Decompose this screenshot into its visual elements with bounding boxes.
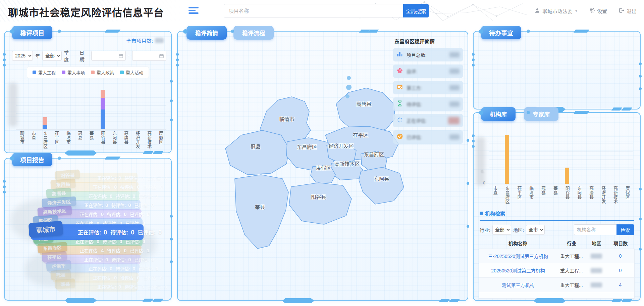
legend-item-重大政策[interactable]: 重大政策 bbox=[91, 69, 114, 76]
report-card-临清市[interactable]: 临清市正在评估: 0待评估: 0已评估: 0 bbox=[48, 263, 140, 273]
quarter-select[interactable]: 全部 bbox=[42, 51, 62, 61]
map-region[interactable] bbox=[359, 167, 404, 204]
gear-icon bbox=[589, 7, 595, 14]
org-name-input[interactable] bbox=[574, 224, 616, 235]
chart-x-labels: 聊城市市直东昌府区茌平区临清市冠县莘县阳谷县东阿县高唐县经济开发高新技术度假区 bbox=[16, 131, 166, 148]
panel-decoration bbox=[176, 64, 179, 67]
map-region-label: 度假区 bbox=[316, 165, 331, 171]
map-tab-稳评简情[interactable]: 稳评简情 bbox=[186, 26, 227, 40]
panel-decoration bbox=[574, 111, 584, 114]
report-card-冠县[interactable]: 冠县正在评估: 0待评估: 0已评估: 0 bbox=[53, 272, 139, 282]
panel-decoration bbox=[467, 182, 469, 185]
report-card-聊城市[interactable]: 聊城市正在评估: 0待评估: 0已评估: 0 bbox=[31, 224, 144, 240]
map-region[interactable] bbox=[225, 130, 289, 175]
chart-column bbox=[513, 135, 525, 184]
x-axis-label: 冠县 bbox=[74, 131, 85, 148]
org-project-count[interactable]: 0 bbox=[606, 253, 634, 259]
overlay-stat-row: 正在评估: bbox=[393, 114, 463, 127]
panel-decoration bbox=[472, 134, 475, 137]
org-search-button[interactable]: 检索 bbox=[616, 224, 634, 235]
panel-decoration bbox=[439, 299, 450, 302]
chart-legend: 重大工程重大事项重大政策重大活动 bbox=[27, 67, 149, 78]
page-title: 聊城市社会稳定风险评估信息平台 bbox=[8, 4, 164, 19]
x-axis-label: 市直 bbox=[489, 186, 501, 204]
overlay-stat-row: 待评估: bbox=[393, 97, 463, 111]
chart-column bbox=[143, 82, 155, 129]
report-card-东昌府区[interactable]: 东昌府区正在评估: 4待评估: 0已评估: 1 bbox=[40, 245, 142, 255]
panel-decoration bbox=[639, 218, 642, 220]
panel-decoration bbox=[472, 64, 475, 67]
table-row: 三-20250520测试第三方机构重大工程...0 bbox=[479, 249, 635, 263]
map-tab-稳评流程[interactable]: 稳评流程 bbox=[233, 26, 274, 40]
chart-column bbox=[525, 135, 537, 184]
legend-label: 重大工程 bbox=[38, 69, 56, 76]
chart-column bbox=[501, 135, 513, 184]
calendar-icon bbox=[159, 53, 164, 58]
bar-segment-重大政策[interactable] bbox=[43, 117, 47, 125]
bar-segment[interactable] bbox=[565, 168, 569, 184]
panel-decoration bbox=[153, 151, 163, 154]
date-start-input[interactable] bbox=[91, 51, 125, 61]
industry-select[interactable]: 全部 bbox=[492, 225, 511, 235]
chart-column bbox=[561, 135, 573, 184]
redacted-value bbox=[449, 85, 460, 90]
legend-label: 重大政策 bbox=[97, 69, 114, 76]
report-card-stats: 正在评估: 0待评估: 0已评估: 0 bbox=[93, 274, 166, 281]
bar-segment[interactable] bbox=[505, 135, 509, 184]
panel-decoration bbox=[110, 30, 120, 33]
legend-item-重大事项[interactable]: 重大事项 bbox=[62, 69, 85, 76]
menu-toggle-icon[interactable] bbox=[189, 7, 199, 14]
current-user[interactable]: 聊城市政法委 ▼ bbox=[534, 7, 578, 14]
district-select[interactable]: 全市 bbox=[526, 225, 545, 235]
x-axis-label: 冠县 bbox=[537, 186, 549, 204]
map-region-label: 东昌府区 bbox=[364, 151, 384, 157]
bullet-square-icon bbox=[480, 212, 483, 215]
settings-button[interactable]: 设置 bbox=[589, 7, 607, 14]
table-column-header: 地区 bbox=[586, 240, 606, 247]
map-region[interactable] bbox=[289, 183, 352, 224]
liaocheng-map: 临清市高唐县冠县茌平区东昌府区经济开发区东昌府区高新技术区度假区东阿县莘县阳谷县 bbox=[191, 54, 426, 282]
panel-decoration bbox=[527, 30, 530, 33]
report-card-茌平区[interactable]: 茌平区正在评估: 0待评估: 0已评估: 0 bbox=[44, 254, 141, 264]
chart-column bbox=[97, 82, 108, 129]
global-search-input[interactable] bbox=[224, 4, 403, 17]
global-search-button[interactable]: 全局搜索 bbox=[403, 4, 429, 17]
x-axis-label: 市直 bbox=[28, 131, 39, 148]
map-region-label: 临清市 bbox=[279, 116, 294, 122]
legend-item-重大活动[interactable]: 重大活动 bbox=[120, 69, 143, 76]
bar-segment-重大政策[interactable] bbox=[101, 90, 105, 97]
date-end-input[interactable] bbox=[132, 51, 166, 61]
project-report-panel: 项目报告 阳谷县正在评估: 0待评估: 0已评估: 0东阿县正在评估: 0待评估… bbox=[4, 158, 172, 301]
org-tab-专家库[interactable]: 专家库 bbox=[524, 107, 558, 121]
project-stats-panel: 稳评项目 全市项目数: 2025 年 全部 季度 日期: - 重大工程重大事项重… bbox=[4, 31, 172, 153]
org-project-count[interactable]: 0 bbox=[606, 268, 634, 273]
org-table: 机构名称行业地区项目数 三-20250520测试第三方机构重大工程...0202… bbox=[479, 238, 635, 299]
map-region-label: 高唐县 bbox=[356, 101, 371, 107]
bar-segment-重大工程[interactable] bbox=[101, 110, 105, 129]
report-card-stats: 正在评估: 0待评估: 0已评估: 0 bbox=[78, 228, 165, 236]
legend-swatch bbox=[33, 71, 36, 74]
report-card-stats: 正在评估: 0待评估: 0已评估: 0 bbox=[84, 202, 157, 208]
org-name-link[interactable]: 测试第三方机构 bbox=[479, 281, 557, 288]
redacted-value bbox=[449, 101, 460, 107]
redacted-value bbox=[448, 117, 460, 124]
org-project-count[interactable]: 4 bbox=[606, 282, 634, 288]
x-axis-label: 临清市 bbox=[525, 186, 537, 204]
bar-segment-重大工程[interactable] bbox=[43, 125, 47, 129]
panel-decoration bbox=[3, 58, 6, 61]
year-select[interactable]: 2025 bbox=[12, 51, 33, 61]
map-region[interactable] bbox=[235, 175, 288, 249]
legend-item-重大工程[interactable]: 重大工程 bbox=[33, 69, 56, 76]
bar-segment-重大事项[interactable] bbox=[101, 98, 105, 110]
panel-decoration bbox=[611, 299, 622, 302]
hourglass-icon bbox=[396, 100, 403, 108]
panel-decoration bbox=[622, 107, 632, 111]
org-name-link[interactable]: 20250520测试第三方机构 bbox=[479, 267, 557, 274]
chart-column bbox=[597, 135, 609, 184]
org-tab-机构库[interactable]: 机构库 bbox=[481, 107, 516, 121]
chart-column bbox=[74, 82, 85, 129]
org-name-link[interactable]: 三-20250520测试第三方机构 bbox=[479, 253, 557, 259]
panel-decoration bbox=[65, 150, 97, 156]
report-card-莘县[interactable]: 莘县正在评估: 0待评估: 0已评估: 0 bbox=[57, 281, 138, 292]
logout-button[interactable]: 退出 bbox=[619, 7, 637, 14]
